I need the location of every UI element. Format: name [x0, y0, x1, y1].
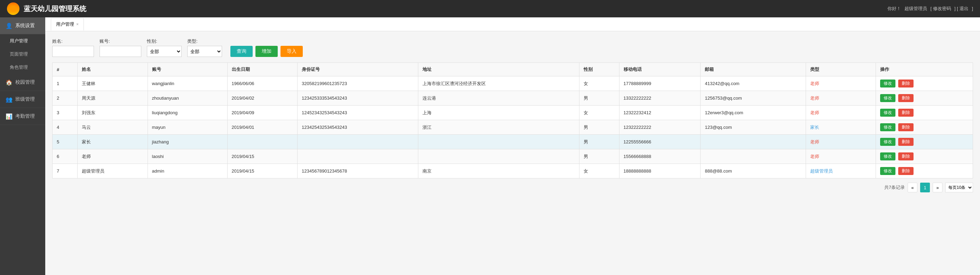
- home-icon: 🏠: [6, 79, 13, 86]
- delete-button[interactable]: 删除: [898, 123, 913, 131]
- header-right: 你好！ 超级管理员 [ 修改密码 ] [ 退出 ]: [885, 6, 973, 12]
- filter-account-input[interactable]: [100, 46, 141, 57]
- total-records: 共7条记录: [884, 184, 905, 191]
- filter-name-input[interactable]: [52, 46, 94, 57]
- filter-type-select[interactable]: 全部 老师 家长 超级管理员: [187, 46, 222, 57]
- sidebar-item-class[interactable]: 👥 班级管理: [0, 91, 45, 108]
- username: 超级管理员: [904, 6, 927, 11]
- greeting: 你好！: [888, 6, 901, 11]
- sidebar-label-campus: 校园管理: [15, 79, 35, 85]
- delete-button[interactable]: 删除: [898, 167, 913, 175]
- cell-account: admin: [148, 164, 227, 179]
- cell-address: [418, 135, 579, 149]
- cell-phone: 17788889999: [619, 76, 700, 91]
- cell-account: wangjianlin: [148, 76, 227, 91]
- edit-button[interactable]: 修改: [880, 79, 896, 87]
- edit-button[interactable]: 修改: [880, 152, 896, 160]
- col-index: #: [52, 63, 78, 76]
- edit-button[interactable]: 修改: [880, 94, 896, 102]
- cell-gender: 女: [579, 106, 619, 120]
- logout-link[interactable]: 退出: [959, 6, 969, 11]
- sidebar: 👤 系统设置 用户管理 页面管理 角色管理 🏠 校园管理 👥 班级管理 📊 考勤…: [0, 17, 45, 275]
- cell-name: 刘强东: [78, 106, 148, 120]
- edit-button[interactable]: 修改: [880, 138, 896, 146]
- cell-birthday: 1966/06/06: [227, 76, 298, 91]
- cell-name: 王健林: [78, 76, 148, 91]
- delete-button[interactable]: 删除: [898, 109, 913, 117]
- sidebar-label-system: 系统设置: [15, 22, 35, 29]
- cell-birthday: 2019/04/02: [227, 91, 298, 106]
- cell-address: 浙江: [418, 120, 579, 135]
- delete-button[interactable]: 删除: [898, 152, 913, 160]
- edit-button[interactable]: 修改: [880, 167, 896, 175]
- cell-gender: 女: [579, 76, 619, 91]
- filter-account-group: 账号:: [100, 38, 141, 57]
- cell-account: liuqiangdong: [148, 106, 227, 120]
- cell-name: 家长: [78, 135, 148, 149]
- chart-icon: 📊: [6, 113, 13, 120]
- table-row: 2 周天源 zhoutianyuan 2019/04/02 1234253335…: [52, 91, 973, 106]
- table-row: 6 老师 laoshi 2019/04/15 男 15566668888 老师 …: [52, 149, 973, 164]
- table-row: 1 王健林 wangjianlin 1966/06/06 32058219960…: [52, 76, 973, 91]
- edit-button[interactable]: 修改: [880, 109, 896, 117]
- cell-index: 5: [52, 135, 78, 149]
- current-page-button[interactable]: 1: [920, 183, 930, 192]
- tab-bar: 用户管理 ×: [45, 17, 980, 31]
- delete-button[interactable]: 删除: [898, 94, 913, 102]
- cell-address: 上海市徐汇区漕河泾经济开发区: [418, 76, 579, 91]
- filter-type-label: 类型:: [187, 38, 222, 44]
- page-content: 姓名: 账号: 性别: 全部 男 女 类型:: [45, 31, 980, 275]
- cell-name: 马云: [78, 120, 148, 135]
- tab-close-icon[interactable]: ×: [76, 22, 79, 27]
- tab-label: 用户管理: [56, 21, 74, 27]
- cell-birthday: 2019/04/15: [227, 149, 298, 164]
- data-table: # 姓名 账号 出生日期 身份证号 地址 性别 移动电话 邮箱 类型 操作: [52, 63, 973, 179]
- cell-index: 7: [52, 164, 78, 179]
- table-header-row: # 姓名 账号 出生日期 身份证号 地址 性别 移动电话 邮箱 类型 操作: [52, 63, 973, 76]
- content-area: 用户管理 × 姓名: 账号: 性别: 全部: [45, 17, 980, 275]
- cell-email: [700, 149, 806, 164]
- delete-button[interactable]: 删除: [898, 79, 913, 87]
- cell-type: 老师: [806, 106, 876, 120]
- filter-name-label: 姓名:: [52, 38, 94, 44]
- search-button[interactable]: 查询: [231, 46, 253, 57]
- import-button[interactable]: 导入: [280, 46, 303, 57]
- prev-page-button[interactable]: «: [908, 183, 917, 192]
- cell-action: 修改 删除: [876, 149, 973, 164]
- cell-name: 周天源: [78, 91, 148, 106]
- sidebar-label-page: 页面管理: [10, 51, 28, 57]
- cell-account: zhoutianyuan: [148, 91, 227, 106]
- cell-account: laoshi: [148, 149, 227, 164]
- cell-type: 老师: [806, 149, 876, 164]
- cell-gender: 男: [579, 149, 619, 164]
- col-birthday: 出生日期: [227, 63, 298, 76]
- cell-email: 1256753@qq.com: [700, 91, 806, 106]
- next-page-button[interactable]: »: [933, 183, 942, 192]
- sidebar-item-attendance[interactable]: 📊 考勤管理: [0, 108, 45, 125]
- sidebar-item-role[interactable]: 角色管理: [0, 61, 45, 74]
- edit-button[interactable]: 修改: [880, 123, 896, 131]
- filter-gender-group: 性别: 全部 男 女: [147, 38, 182, 57]
- cell-idcard: 123425432534543243: [298, 120, 418, 135]
- cell-gender: 男: [579, 135, 619, 149]
- page-size-select[interactable]: 每页10条 每页20条 每页50条: [945, 183, 973, 192]
- cell-idcard: 123456789012345678: [298, 164, 418, 179]
- add-button[interactable]: 增加: [255, 46, 278, 57]
- cell-action: 修改 删除: [876, 76, 973, 91]
- cell-birthday: 2019/04/09: [227, 106, 298, 120]
- sidebar-item-user[interactable]: 用户管理: [0, 34, 45, 47]
- sidebar-item-system[interactable]: 👤 系统设置: [0, 17, 45, 34]
- filter-gender-select[interactable]: 全部 男 女: [147, 46, 182, 57]
- table-row: 3 刘强东 liuqiangdong 2019/04/09 1245234325…: [52, 106, 973, 120]
- sidebar-item-page[interactable]: 页面管理: [0, 47, 45, 61]
- top-header: 蓝天幼儿园管理系统 你好！ 超级管理员 [ 修改密码 ] [ 退出 ]: [0, 0, 980, 17]
- change-password-link[interactable]: 修改密码: [933, 6, 951, 11]
- tab-user-management[interactable]: 用户管理 ×: [51, 18, 84, 30]
- sidebar-item-campus[interactable]: 🏠 校园管理: [0, 74, 45, 91]
- cell-action: 修改 删除: [876, 164, 973, 179]
- cell-email: 888@88.com: [700, 164, 806, 179]
- delete-button[interactable]: 删除: [898, 138, 913, 146]
- col-type: 类型: [806, 63, 876, 76]
- col-phone: 移动电话: [619, 63, 700, 76]
- cell-idcard: 124523432534543243: [298, 106, 418, 120]
